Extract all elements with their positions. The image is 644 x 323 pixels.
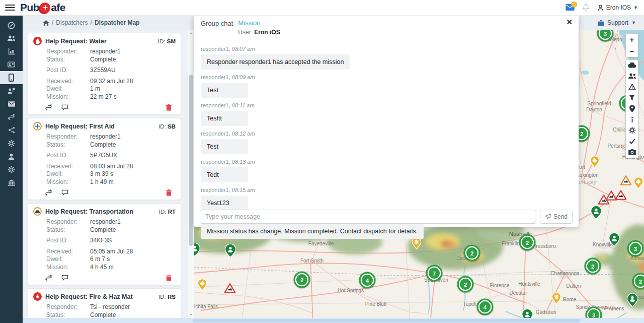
responder-cluster-marker[interactable]: 2 xyxy=(464,245,480,262)
card-id: ID: RS xyxy=(158,294,176,300)
delete-button[interactable] xyxy=(166,275,172,281)
responder-pin-marker[interactable] xyxy=(627,293,638,306)
field-mission: Mission:22 m 27 s xyxy=(46,93,176,101)
fire-severity-icon xyxy=(33,292,42,301)
messages-icon[interactable] xyxy=(566,4,575,11)
horizontal-scrollbar-thumb[interactable] xyxy=(193,319,580,322)
map-tool-settings[interactable] xyxy=(626,125,638,136)
breadcrumb-separator: / xyxy=(91,19,92,26)
list-scrollbar[interactable]: ▲ ▼ xyxy=(188,30,194,318)
zoom-in-button[interactable]: + xyxy=(626,34,638,45)
logo-cross-icon: + xyxy=(40,3,50,13)
message-bubble: Test xyxy=(201,83,248,98)
aid-request-pin-marker[interactable] xyxy=(634,177,643,189)
chat-button[interactable] xyxy=(61,104,68,110)
responder-pin-marker[interactable] xyxy=(194,243,200,256)
hazard-warning-icon[interactable] xyxy=(620,175,632,185)
sidebar-item-route[interactable] xyxy=(0,110,23,123)
map-tool-info[interactable] xyxy=(626,114,638,125)
responder-pin-marker[interactable] xyxy=(225,244,236,257)
field-received: Received:09:32 am Jul 28 xyxy=(46,78,176,86)
help-request-card-water[interactable]: Help Request: Water ID: SM Responder:res… xyxy=(28,33,181,115)
hazard-warning-icon[interactable] xyxy=(615,190,627,200)
breadcrumb-section[interactable]: Dispatchers xyxy=(56,19,88,26)
delete-button[interactable] xyxy=(166,189,172,196)
map-tool-filter[interactable] xyxy=(626,93,638,104)
message-input[interactable] xyxy=(200,210,536,224)
aid-request-pin-marker[interactable] xyxy=(590,156,599,168)
sidebar-item-chart[interactable] xyxy=(0,45,23,58)
responder-cluster-marker[interactable]: 2 xyxy=(457,276,474,293)
responder-pin-marker[interactable] xyxy=(591,206,602,219)
horizontal-scrollbar[interactable] xyxy=(23,318,644,323)
sidebar-item-building[interactable] xyxy=(0,176,23,189)
chat-button[interactable] xyxy=(61,189,68,196)
support-button[interactable]: Support ▼ xyxy=(598,19,636,26)
sidebar-item-user[interactable] xyxy=(0,150,23,163)
help-request-card-first-aid[interactable]: Help Request: First Aid ID: SB Responder… xyxy=(28,118,181,200)
support-label: Support xyxy=(607,19,628,26)
map-tools xyxy=(625,59,638,158)
responder-cluster-marker[interactable]: 2 xyxy=(632,273,644,290)
sidebar-item-team[interactable] xyxy=(0,84,23,97)
scrollbar-thumb[interactable] xyxy=(189,75,193,246)
notifications-bell-icon[interactable] xyxy=(583,4,589,11)
map-tool-select[interactable] xyxy=(626,136,638,147)
map-tool-alerts[interactable] xyxy=(626,82,638,93)
chat-title: Group chat xyxy=(201,19,233,36)
card-title: Help Request: First Aid xyxy=(45,123,155,130)
responder-cluster-marker[interactable]: 2 xyxy=(294,272,310,288)
route-button[interactable] xyxy=(45,104,52,111)
field-post-id: Post ID:34KF3S xyxy=(46,237,176,245)
hazard-warning-icon[interactable] xyxy=(224,283,236,293)
home-icon[interactable] xyxy=(43,20,49,26)
responder-cluster-marker[interactable]: 3 xyxy=(597,30,614,42)
map-city-label: Florence xyxy=(490,283,510,288)
scroll-down-arrow[interactable]: ▼ xyxy=(188,312,194,318)
sidebar-item-settings[interactable] xyxy=(0,163,23,176)
aid-request-pin-marker[interactable] xyxy=(552,293,561,304)
delete-button[interactable] xyxy=(166,104,172,111)
card-id: ID: RT xyxy=(159,209,176,215)
close-icon[interactable]: ✕ xyxy=(566,18,573,26)
map-tool-person-marker[interactable] xyxy=(626,103,638,114)
chat-messages: responder1, 08:07 am Responder responder… xyxy=(194,39,579,239)
aid-request-pin-marker[interactable] xyxy=(198,279,207,291)
breadcrumb-current: Dispatcher Map xyxy=(95,19,139,26)
responder-cluster-marker[interactable]: 4 xyxy=(359,272,376,289)
map-city-label: Decatur xyxy=(509,290,527,296)
responder-cluster-marker[interactable]: 7 xyxy=(426,265,443,282)
user-menu[interactable]: Eron IOS ▼ xyxy=(597,4,638,11)
sidebar-item-id-card[interactable] xyxy=(0,58,23,71)
route-button[interactable] xyxy=(45,274,52,281)
responder-pin-marker[interactable] xyxy=(609,233,620,246)
sidebar-item-mobile[interactable] xyxy=(0,71,23,84)
hamburger-menu-icon[interactable] xyxy=(5,5,15,11)
responder-cluster-marker[interactable]: 2 xyxy=(585,258,601,275)
sidebar-item-gear[interactable] xyxy=(0,137,23,150)
route-button[interactable] xyxy=(45,189,52,196)
send-button[interactable]: Send xyxy=(540,210,573,224)
scroll-up-arrow[interactable]: ▲ xyxy=(188,30,194,36)
map-city-label: Springfield xyxy=(587,101,611,106)
chat-button[interactable] xyxy=(61,275,68,281)
map-city-label: Dayton xyxy=(586,107,602,112)
mission-tab[interactable]: Mission xyxy=(238,19,260,27)
map-tool-camera[interactable] xyxy=(626,147,638,158)
map-tool-responders[interactable] xyxy=(626,71,638,82)
field-dwell: Dwell:3 m 39 s xyxy=(46,170,176,178)
first-aid-severity-icon xyxy=(33,122,42,131)
sidebar-item-dashboard[interactable] xyxy=(0,19,23,32)
zoom-out-button[interactable]: − xyxy=(626,45,638,57)
responder-cluster-marker[interactable]: 4 xyxy=(477,299,494,315)
map-city-label: Gadsden xyxy=(536,309,556,315)
app-logo[interactable]: Pub + afe xyxy=(20,2,65,14)
aid-request-pin-marker[interactable] xyxy=(412,238,421,249)
help-request-card-transportation[interactable]: Help Request: Transportation ID: RT Resp… xyxy=(28,203,181,285)
responder-cluster-marker[interactable]: 3 xyxy=(627,240,644,257)
sidebar-item-network[interactable] xyxy=(0,123,23,137)
field-responder: Responder:Tsi - responder xyxy=(46,303,176,311)
sidebar-item-users[interactable] xyxy=(0,32,23,45)
sidebar-item-mail[interactable] xyxy=(0,97,23,110)
map-tool-weather[interactable] xyxy=(626,60,638,71)
